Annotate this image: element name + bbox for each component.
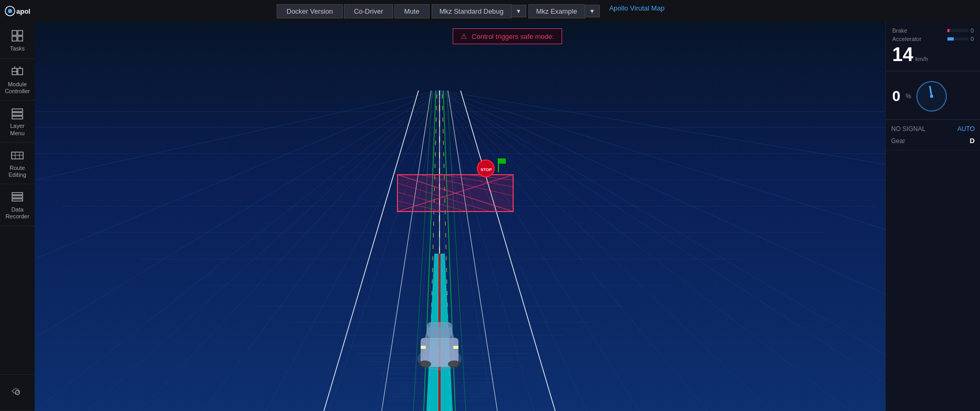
brake-row: Brake 0 — [892, 27, 974, 34]
svg-rect-6 — [18, 36, 23, 41]
alert-text: Control triggers safe mode: — [472, 33, 554, 41]
brake-value: 0 — [971, 27, 974, 34]
svg-rect-99 — [498, 158, 506, 164]
module-controller-label: ModuleController — [5, 81, 30, 95]
gear-value: D — [970, 137, 975, 145]
module-icon — [10, 64, 25, 79]
signal-no-label: NO SIGNAL — [891, 125, 925, 133]
accel-bar: 0 — [947, 36, 974, 42]
data-recorder-label: DataRecorder — [5, 206, 29, 220]
svg-rect-20 — [12, 196, 23, 198]
docker-version-button[interactable]: Docker Version — [277, 4, 343, 18]
svg-point-105 — [418, 360, 431, 368]
tasks-label: Tasks — [10, 45, 25, 52]
signal-row: NO SIGNAL AUTO — [891, 123, 975, 135]
brake-bar: 0 — [947, 27, 974, 34]
sidebar-item-layer-menu[interactable]: LayerMenu — [0, 101, 35, 142]
right-panel: Brake 0 Accelerator 0 14 km/h 0 % — [885, 22, 980, 411]
svg-rect-13 — [12, 113, 23, 115]
gauge-row: 0 % — [892, 81, 974, 112]
svg-rect-12 — [12, 109, 23, 112]
topbar-buttons: Docker Version Co-Driver Mute Mkz Standa… — [277, 4, 665, 18]
accel-row: Accelerator 0 — [892, 36, 974, 42]
accel-label: Accelerator — [892, 36, 922, 42]
settings-icon — [10, 385, 25, 400]
svg-rect-24 — [35, 22, 980, 411]
sidebar-item-module-controller[interactable]: ModuleController — [0, 59, 35, 101]
svg-rect-4 — [18, 31, 23, 35]
mode-dropdown: Mkz Standard Debug ▼ — [432, 4, 526, 18]
svg-rect-5 — [12, 36, 17, 41]
apollo-logo: apollo — [4, 5, 30, 17]
speed-display: 14 km/h — [892, 45, 974, 64]
main-view: STOP — [35, 22, 980, 411]
accel-value: 0 — [971, 36, 974, 42]
svg-rect-3 — [12, 31, 17, 35]
map-select-arrow[interactable]: ▼ — [585, 5, 600, 17]
svg-rect-108 — [453, 346, 458, 349]
map-select[interactable]: Mkz Example — [528, 4, 585, 18]
speed-value: 14 — [892, 45, 913, 64]
sidebar-item-settings[interactable] — [0, 374, 35, 411]
sidebar-item-tasks[interactable]: Tasks — [0, 22, 35, 59]
svg-point-23 — [15, 390, 19, 395]
map-dropdown: Mkz Example ▼ — [528, 4, 600, 18]
svg-rect-19 — [12, 193, 23, 195]
svg-rect-14 — [12, 116, 23, 119]
apollo-logo-svg: apollo — [4, 5, 30, 17]
alert-banner: ⚠ Control triggers safe mode: — [453, 28, 562, 44]
codriver-button[interactable]: Co-Driver — [344, 4, 393, 18]
tasks-icon — [10, 28, 25, 43]
percent-value: 0 — [892, 88, 901, 105]
speed-unit: km/h — [915, 56, 928, 62]
svg-rect-96 — [397, 175, 513, 212]
svg-point-106 — [448, 360, 461, 368]
layer-menu-label: LayerMenu — [10, 123, 25, 136]
svg-rect-107 — [421, 346, 426, 349]
svg-rect-104 — [427, 322, 452, 338]
virtual-map-link[interactable]: Apollo Virutal Map — [609, 4, 665, 18]
mode-select[interactable]: Mkz Standard Debug — [432, 4, 512, 18]
sidebar-item-route-editing[interactable]: Route Editing — [0, 143, 35, 184]
percent-unit: % — [906, 93, 912, 100]
gear-label: Gear — [891, 137, 905, 145]
layer-icon — [10, 106, 25, 121]
data-recorder-icon — [10, 189, 25, 204]
road-scene: STOP — [35, 22, 980, 411]
auto-label[interactable]: AUTO — [957, 125, 975, 133]
svg-point-1 — [8, 9, 12, 13]
alert-icon: ⚠ — [461, 32, 467, 41]
svg-text:STOP: STOP — [481, 167, 492, 172]
sidebar-item-data-recorder[interactable]: DataRecorder — [0, 184, 35, 226]
svg-text:apollo: apollo — [16, 7, 30, 15]
logo-area: apollo — [0, 0, 35, 22]
compass-dot — [930, 95, 933, 98]
route-editing-label: Route Editing — [2, 165, 33, 178]
scene-svg: STOP — [35, 22, 980, 411]
signal-section: NO SIGNAL AUTO Gear D — [886, 120, 980, 151]
sidebar: Tasks ModuleController LayerMenu Route E… — [0, 22, 35, 411]
svg-rect-8 — [18, 68, 23, 75]
gear-row: Gear D — [891, 135, 975, 147]
svg-rect-21 — [12, 199, 23, 201]
brake-label: Brake — [892, 27, 907, 34]
topbar: apollo Docker Version Co-Driver Mute Mkz… — [0, 0, 980, 22]
compass-gauge — [916, 81, 947, 112]
mode-select-arrow[interactable]: ▼ — [512, 5, 526, 17]
gauge-section: 0 % — [886, 72, 980, 119]
speed-section: Brake 0 Accelerator 0 14 km/h — [886, 22, 980, 71]
route-icon — [10, 148, 25, 163]
mute-button[interactable]: Mute — [394, 4, 430, 18]
